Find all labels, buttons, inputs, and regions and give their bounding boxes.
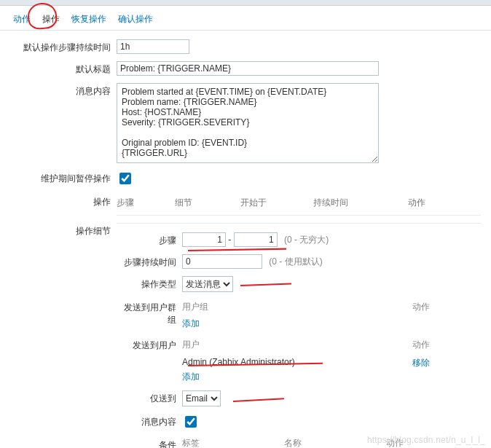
form: 默认操作步骤持续时间 默认标题 消息内容 Problem started at … [0, 31, 491, 448]
col-user-action: 动作 [386, 339, 430, 351]
checkbox-default-message[interactable] [185, 416, 197, 428]
col-group-action: 动作 [386, 301, 430, 313]
col-cond-action: 动作 [386, 437, 444, 448]
col-details: 细节 [175, 197, 240, 209]
col-steps: 步骤 [117, 197, 175, 209]
input-default-duration[interactable] [117, 39, 189, 54]
input-default-subject[interactable] [117, 61, 379, 76]
checkbox-pause-maintenance[interactable] [119, 173, 131, 184]
col-user: 用户 [182, 339, 386, 351]
label-default-message: 消息内容 [7, 83, 117, 98]
add-user-link[interactable]: 添加 [182, 372, 200, 382]
col-action: 动作 [408, 197, 466, 209]
label-step-duration: 步骤持续时间 [117, 254, 182, 269]
step-dash: - [228, 235, 233, 245]
hint-use-default: (0 - 使用默认) [269, 256, 322, 267]
col-start: 开始于 [240, 197, 313, 209]
user-name: Admin (Zabbix Administrator) [182, 357, 386, 369]
col-label: 标签 [182, 437, 284, 448]
tab-recovery[interactable]: 恢复操作 [66, 10, 112, 30]
label-conditions: 条件 [117, 437, 182, 448]
label-default-duration: 默认操作步骤持续时间 [7, 39, 117, 54]
add-group-link[interactable]: 添加 [182, 318, 200, 329]
col-usergroup: 用户组 [182, 301, 386, 313]
hint-infinity: (0 - 无穷大) [284, 235, 329, 245]
col-name: 名称 [284, 437, 386, 448]
tab-ack[interactable]: 确认操作 [112, 10, 159, 30]
label-steps: 步骤 [117, 232, 182, 247]
label-op-details: 操作细节 [7, 223, 117, 237]
col-duration: 持续时间 [313, 197, 408, 209]
select-op-type[interactable]: 发送消息 [182, 276, 233, 292]
table-row: Admin (Zabbix Administrator) 移除 [182, 355, 481, 371]
tab-operations[interactable]: 操作 [36, 10, 66, 30]
operation-details-panel: 步骤 - (0 - 无穷大) 步骤持续时间 (0 - 使用默认) 操作类型 [117, 223, 481, 448]
label-send-to-groups: 发送到用户群组 [117, 299, 182, 326]
label-default-subject: 默认标题 [7, 61, 117, 76]
input-step-duration[interactable] [182, 254, 262, 269]
remove-user-link[interactable]: 移除 [412, 358, 430, 368]
window-titlebar [0, 0, 491, 6]
users-table-header: 用户 动作 [182, 337, 481, 355]
label-operations: 操作 [7, 194, 117, 208]
label-send-only-to: 仅送到 [117, 390, 182, 405]
input-step-from[interactable] [182, 232, 226, 247]
tab-bar: 动作 操作 恢复操作 确认操作 [0, 6, 491, 31]
annotation-underline-steps [188, 248, 286, 252]
groups-table-header: 用户组 动作 [182, 299, 481, 318]
label-send-to-users: 发送到用户 [117, 337, 182, 352]
input-step-to[interactable] [234, 232, 278, 247]
tab-action[interactable]: 动作 [7, 10, 36, 30]
conditions-table-header: 标签 名称 动作 [182, 437, 459, 448]
select-send-only-to[interactable]: Email [182, 390, 221, 406]
label-message-content: 消息内容 [117, 414, 182, 428]
label-op-type: 操作类型 [117, 276, 182, 291]
label-pause-maintenance: 维护期间暂停操作 [7, 170, 117, 185]
operations-table-header: 步骤 细节 开始于 持续时间 动作 [117, 194, 481, 216]
textarea-default-message[interactable]: Problem started at {EVENT.TIME} on {EVEN… [117, 83, 379, 163]
